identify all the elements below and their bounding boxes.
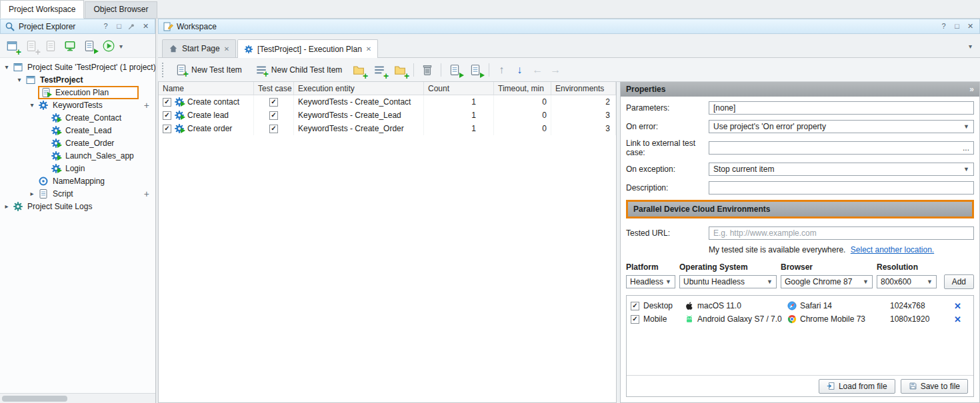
save-to-file-button[interactable]: Save to file — [901, 379, 968, 394]
count-cell[interactable]: 1 — [424, 122, 494, 135]
float-window-icon[interactable] — [114, 21, 124, 31]
tree-item-login[interactable]: Login — [0, 162, 155, 175]
column-header-environments[interactable]: Environments — [551, 82, 616, 95]
tree-item-create-order[interactable]: Create_Order — [0, 137, 155, 149]
environment-checkbox[interactable] — [631, 302, 639, 310]
remove-environment-icon[interactable] — [954, 314, 979, 324]
environments-cell[interactable]: 3 — [551, 122, 616, 135]
new-test-item-button[interactable]: New Test Item — [170, 62, 247, 78]
timeout-cell[interactable]: 0 — [494, 122, 551, 135]
description-field[interactable] — [709, 181, 974, 195]
tab-list-caret-icon[interactable] — [969, 41, 976, 51]
scrollbar-thumb[interactable] — [2, 396, 67, 402]
column-header-execution-entity[interactable]: Execution entity — [294, 82, 424, 95]
add-environment-button[interactable]: Add — [944, 274, 974, 289]
tab-execution-plan[interactable]: [TestProject] - Execution Plan — [237, 39, 378, 58]
move-up-button[interactable] — [494, 64, 509, 76]
run-test-button[interactable] — [81, 37, 98, 55]
browse-icon[interactable] — [963, 143, 969, 153]
new-folder-button[interactable] — [391, 61, 409, 79]
environment-row[interactable]: Desktop macOS 11.0 Safari 14 1024x768 — [631, 299, 969, 312]
move-right-button[interactable] — [548, 64, 563, 76]
column-header-name[interactable]: Name — [159, 82, 254, 95]
environments-cell[interactable]: 2 — [551, 95, 616, 109]
add-keyword-test-icon[interactable] — [144, 100, 149, 111]
expander-icon[interactable] — [3, 63, 11, 71]
test-case-checkbox[interactable] — [269, 111, 278, 120]
table-row[interactable]: Create order KeywordTests - Create_Order… — [159, 122, 616, 135]
toolbar-grip[interactable] — [162, 63, 165, 77]
close-icon[interactable] — [965, 21, 975, 31]
test-case-checkbox[interactable] — [269, 125, 278, 133]
enabled-checkbox[interactable] — [163, 125, 171, 133]
new-group-button[interactable] — [350, 61, 367, 79]
test-case-checkbox[interactable] — [269, 98, 278, 107]
add-script-icon[interactable] — [144, 189, 149, 199]
delete-button[interactable] — [419, 61, 436, 79]
column-header-timeout[interactable]: Timeout, min — [494, 82, 551, 95]
resolution-dropdown[interactable]: 800x600 — [877, 275, 937, 288]
run-project-button[interactable] — [100, 37, 117, 55]
tree-item-script[interactable]: Script — [0, 187, 155, 200]
tree-item-launch-sales-app[interactable]: Launch_Sales_app — [0, 149, 155, 162]
enabled-checkbox[interactable] — [163, 111, 171, 120]
count-cell[interactable]: 1 — [424, 109, 494, 122]
expander-icon[interactable] — [28, 101, 36, 109]
tree-item-create-lead[interactable]: Create_Lead — [0, 124, 155, 137]
add-existing-item-button[interactable] — [23, 37, 40, 55]
horizontal-scrollbar[interactable] — [0, 393, 155, 403]
export-item-button[interactable] — [42, 37, 59, 55]
run-focused-button[interactable] — [467, 61, 484, 79]
on-error-dropdown[interactable]: Use project's 'On error' property — [709, 120, 974, 133]
environment-checkbox[interactable] — [631, 315, 639, 324]
table-row[interactable]: Create lead KeywordTests - Create_Lead 1… — [159, 109, 616, 122]
os-dropdown[interactable]: Ubuntu Headless — [679, 275, 777, 288]
tab-project-workspace[interactable]: Project Workspace — [0, 0, 84, 19]
close-tab-icon[interactable] — [224, 45, 229, 53]
help-icon[interactable] — [101, 21, 111, 31]
environments-cell[interactable]: 3 — [551, 109, 616, 122]
tab-start-page[interactable]: Start Page — [162, 39, 236, 57]
tree-item-keywordtests[interactable]: KeywordTests — [0, 99, 155, 111]
tree-item-project-suite[interactable]: Project Suite 'TestProject' (1 project) — [0, 61, 155, 73]
count-cell[interactable]: 1 — [424, 95, 494, 109]
close-tab-icon[interactable] — [366, 45, 371, 53]
new-list-button[interactable] — [371, 61, 388, 79]
move-down-button[interactable] — [512, 64, 527, 76]
tab-object-browser[interactable]: Object Browser — [85, 1, 157, 18]
run-options-caret-icon[interactable] — [119, 41, 123, 51]
select-location-link[interactable]: Select another location. — [851, 245, 934, 254]
add-new-item-button[interactable] — [3, 37, 21, 55]
tested-url-input[interactable] — [709, 226, 974, 240]
object-browser-button[interactable] — [61, 37, 79, 55]
parameters-field[interactable]: [none] — [709, 101, 974, 115]
new-child-test-item-button[interactable]: New Child Test Item — [250, 62, 347, 78]
remove-environment-icon[interactable] — [954, 301, 979, 311]
help-icon[interactable] — [939, 21, 949, 31]
timeout-cell[interactable]: 0 — [494, 109, 551, 122]
column-header-count[interactable]: Count — [424, 82, 494, 95]
expander-icon[interactable] — [3, 202, 11, 210]
tree-item-create-contact[interactable]: Create_Contact — [0, 111, 155, 124]
pin-icon[interactable] — [127, 23, 137, 31]
link-external-field[interactable] — [709, 141, 974, 155]
timeout-cell[interactable]: 0 — [494, 95, 551, 109]
enabled-checkbox[interactable] — [163, 98, 171, 107]
on-exception-dropdown[interactable]: Stop current item — [709, 163, 974, 176]
platform-dropdown[interactable]: Headless — [626, 275, 675, 288]
environment-row[interactable]: Mobile Android Galaxy S7 / 7.0 Chrome Mo… — [631, 312, 969, 326]
table-row[interactable]: Create contact KeywordTests - Create_Con… — [159, 95, 616, 109]
close-icon[interactable] — [141, 21, 151, 31]
column-header-test-case[interactable]: Test case — [254, 82, 294, 95]
browser-dropdown[interactable]: Google Chrome 87 — [781, 275, 873, 288]
load-from-file-button[interactable]: Load from file — [819, 379, 895, 394]
tree-item-namemapping[interactable]: NameMapping — [0, 175, 155, 187]
tree-item-testproject[interactable]: TestProject — [0, 73, 155, 86]
expander-icon[interactable] — [15, 76, 23, 83]
expander-icon[interactable] — [28, 190, 36, 197]
move-left-button[interactable] — [530, 64, 545, 76]
float-window-icon[interactable] — [952, 21, 962, 31]
collapse-panel-icon[interactable] — [969, 85, 974, 94]
tree-item-execution-plan[interactable]: Execution Plan — [0, 86, 155, 99]
tree-item-project-suite-logs[interactable]: Project Suite Logs — [0, 200, 155, 212]
